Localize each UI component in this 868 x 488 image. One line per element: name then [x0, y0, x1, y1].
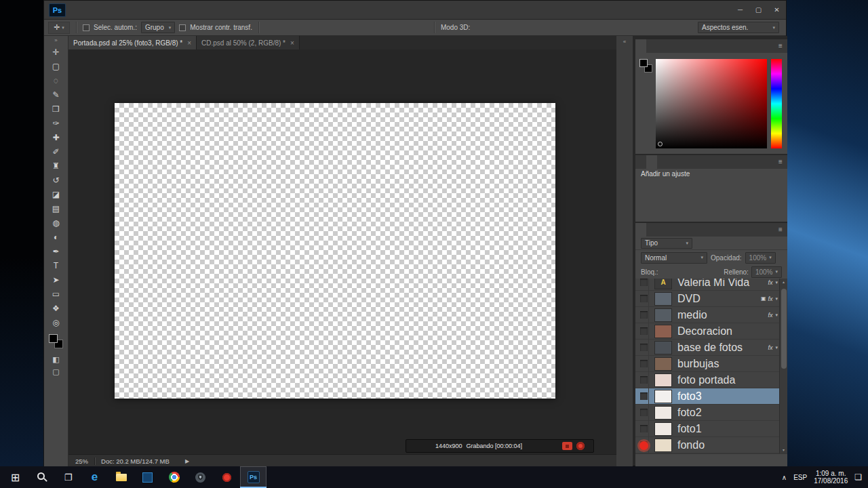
dodge-tool[interactable]: ◐ — [44, 230, 68, 244]
layer-visibility-toggle[interactable] — [639, 356, 649, 372]
lock-transparent-pixels-icon[interactable] — [661, 267, 671, 277]
file-explorer-app[interactable] — [108, 466, 134, 488]
brush-tool[interactable]: ✐ — [44, 144, 68, 159]
scrollbar-thumb[interactable] — [781, 289, 787, 369]
scroll-up-icon[interactable]: ▴ — [783, 279, 785, 285]
levels-icon[interactable] — [661, 181, 675, 193]
tab-close-icon[interactable]: × — [187, 39, 191, 47]
layer-visibility-toggle[interactable] — [639, 279, 649, 291]
layer-thumbnail[interactable] — [654, 406, 672, 420]
tab-canales[interactable] — [646, 223, 657, 237]
gradient-tool[interactable]: ▤ — [44, 201, 68, 216]
layer-thumbnail[interactable] — [654, 308, 672, 322]
eyedropper-tool[interactable]: ✑ — [44, 116, 68, 130]
panel-menu-icon[interactable]: ≡ — [774, 223, 787, 237]
align-horizontal-centers-icon[interactable] — [277, 22, 288, 33]
invert-icon[interactable] — [648, 209, 661, 222]
layer-row-foto-portada[interactable]: foto portada — [635, 372, 779, 388]
move-tool[interactable]: ✛ — [44, 45, 68, 59]
layer-thumbnail[interactable] — [654, 390, 672, 403]
quick-selection-tool[interactable]: ✎ — [44, 87, 68, 102]
layer-row-decoracion[interactable]: Decoracion — [635, 323, 779, 340]
distribute-bottom-edges-icon[interactable] — [370, 22, 381, 33]
filter-smart-objects-icon[interactable] — [745, 238, 755, 248]
quick-mask-icon[interactable]: ◧ — [44, 353, 68, 365]
close-button[interactable]: ✕ — [768, 1, 786, 19]
recorder-app[interactable] — [214, 466, 240, 488]
clone-source-panel-icon[interactable] — [616, 98, 633, 115]
tray-expand-icon[interactable]: ∧ — [782, 474, 787, 481]
opacity-dropdown[interactable]: 100% ▾ — [745, 252, 776, 264]
layer-filter-dropdown[interactable]: Tipo ▾ — [641, 238, 692, 249]
history-brush-tool[interactable]: ↺ — [44, 173, 68, 187]
lock-position-icon[interactable] — [683, 267, 692, 277]
gradient-map-icon[interactable] — [688, 209, 702, 222]
layer-thumbnail[interactable] — [654, 439, 672, 452]
action-center-icon[interactable]: ❏ — [854, 472, 862, 482]
fx-collapse-icon[interactable]: ▾ — [775, 312, 778, 318]
auto-select-dropdown[interactable]: Grupo ▾ — [141, 22, 175, 33]
spot-healing-brush-tool[interactable]: ✚ — [44, 130, 68, 144]
hand-tool[interactable]: ❖ — [44, 301, 68, 315]
tab-capas[interactable] — [635, 223, 646, 237]
pen-tool[interactable]: ✒ — [44, 244, 68, 258]
distribute-right-edges-icon[interactable] — [410, 22, 422, 33]
channel-mixer-icon[interactable] — [702, 195, 715, 207]
hue-saturation-icon[interactable] — [648, 195, 661, 207]
filter-toggle-icon[interactable] — [771, 238, 782, 248]
layer-thumbnail[interactable] — [654, 422, 672, 436]
fx-collapse-icon[interactable]: ▾ — [775, 345, 778, 350]
align-bottom-edges-icon[interactable] — [329, 22, 340, 33]
fx-collapse-icon[interactable]: ▾ — [775, 280, 778, 285]
layer-row-valeria-mi-vida[interactable]: A Valeria Mi Vida fx ▾ — [635, 279, 779, 291]
layer-thumbnail[interactable] — [654, 325, 672, 338]
distribute-horizontal-centers-icon[interactable] — [399, 22, 410, 33]
search-button[interactable] — [28, 466, 55, 488]
fill-dropdown[interactable]: 100% ▾ — [751, 266, 782, 278]
tab-muestras[interactable] — [646, 39, 657, 53]
align-left-edges-icon[interactable] — [265, 22, 277, 33]
layer-row-dvd[interactable]: DVD ▣ fx ▾ — [635, 291, 779, 307]
color-lookup-icon[interactable] — [715, 195, 729, 207]
layers-scrollbar[interactable]: ▴ ▾ — [779, 279, 787, 453]
photo-filter-icon[interactable] — [688, 195, 702, 207]
tab-color[interactable] — [635, 39, 646, 53]
layer-row-burbujas[interactable]: burbujas — [635, 356, 779, 372]
photos-app[interactable] — [134, 466, 161, 488]
eraser-tool[interactable]: ◪ — [44, 187, 68, 201]
layer-visibility-toggle[interactable] — [639, 323, 649, 340]
zoom-tool[interactable]: ◎ — [44, 315, 68, 329]
scroll-down-icon[interactable]: ▾ — [783, 447, 785, 453]
tab-bibliotecas[interactable] — [635, 155, 646, 169]
fx-collapse-icon[interactable]: ▾ — [775, 296, 778, 302]
layer-visibility-toggle[interactable] — [639, 372, 649, 388]
vibrance-icon[interactable] — [702, 181, 715, 193]
panel-menu-icon[interactable]: ≡ — [774, 155, 787, 169]
tab-trazados[interactable] — [657, 223, 668, 237]
recording-stop-button[interactable] — [562, 442, 572, 450]
layer-thumbnail[interactable]: A — [654, 279, 672, 289]
filter-adjustment-layers-icon[interactable] — [708, 238, 719, 248]
layer-thumbnail[interactable] — [654, 341, 672, 354]
status-bar-menu-icon[interactable]: ▶ — [185, 458, 189, 464]
distribute-top-edges-icon[interactable] — [347, 22, 358, 33]
tab-ajustes[interactable] — [646, 155, 657, 169]
layer-thumbnail[interactable] — [654, 292, 672, 306]
link-layers-icon[interactable] — [684, 455, 695, 466]
layer-visibility-toggle[interactable] — [639, 388, 649, 405]
layer-visibility-toggle[interactable] — [639, 421, 649, 437]
layer-visibility-toggle[interactable] — [639, 405, 649, 421]
layer-fx-label[interactable]: fx — [768, 296, 772, 302]
foreground-color-swatch[interactable] — [49, 334, 58, 343]
layer-row-foto3[interactable]: foto3 — [635, 388, 779, 405]
color-picker-field[interactable] — [656, 59, 767, 148]
language-indicator[interactable]: ESP — [793, 474, 807, 481]
workspace-dropdown[interactable]: Aspectos esen. ▾ — [698, 22, 779, 33]
recording-indicator[interactable] — [576, 442, 585, 450]
threshold-icon[interactable] — [675, 209, 688, 222]
auto-select-checkbox[interactable] — [83, 24, 90, 31]
distribute-vertical-centers-icon[interactable] — [358, 22, 370, 33]
expand-panels-icon[interactable]: « — [623, 37, 626, 46]
3d-slide-icon[interactable] — [515, 22, 526, 33]
edge-app[interactable]: e — [81, 466, 108, 488]
